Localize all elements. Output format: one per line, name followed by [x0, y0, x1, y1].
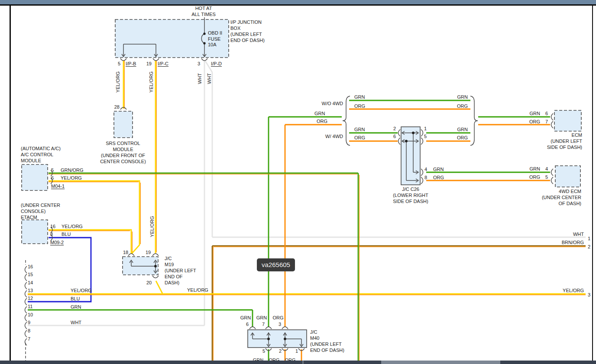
m40-grn-7-label: GRN: [254, 315, 269, 321]
ecm4-name-1: 4WD ECM: [516, 189, 581, 194]
wire-grnorg-label: GRN/ORG: [61, 168, 84, 173]
w4-grn-left: GRN: [354, 127, 365, 132]
conn-pin-9: 9: [28, 320, 30, 325]
wo-grn-left: GRN: [354, 94, 365, 100]
net-2: 2: [588, 244, 590, 250]
wire-wht-1: WHT: [197, 66, 203, 92]
net-1: 1: [588, 236, 590, 242]
fuse-label-3: 10A: [208, 42, 217, 48]
w-4wd-label: W/ 4WD: [313, 134, 343, 139]
net-3: 3: [588, 292, 590, 298]
m40-grn-6-label: GRN: [238, 315, 253, 321]
conn-pin-10: 10: [28, 312, 33, 318]
horizontal-scrollbar-thumb[interactable]: [381, 361, 500, 364]
srs-name-3: (UNDER FRONT OF: [88, 153, 158, 158]
jc-m19-box: [123, 257, 158, 275]
pin-5: 5: [113, 61, 120, 67]
ac-connector-id: M04-1: [51, 184, 65, 189]
m19-name-5: DASH): [165, 280, 179, 286]
m19-pin-18: 18: [123, 250, 128, 255]
etacm-name-1: (UNDER CENTER: [21, 203, 60, 208]
c26-pin-2: 2: [390, 126, 396, 132]
w4-grn-right: GRN: [450, 127, 468, 132]
wo-4wd-label: W/O 4WD: [313, 101, 343, 106]
wo-org-right: ORG: [450, 103, 468, 109]
wire-grn-pin11: GRN: [71, 304, 81, 310]
ac-control-module-box: [22, 164, 48, 190]
yellow-wire-stripes: [28, 61, 586, 295]
etacm-connector-id: M09-2: [50, 240, 64, 245]
ecm4-pin-5: 5: [545, 174, 548, 180]
ecm-name-2: (UNDER LEFT: [517, 139, 582, 144]
pin-19: 19: [145, 61, 152, 67]
c26-name-1: J/C C26: [380, 187, 441, 192]
all-times-label: ALL TIMES: [186, 12, 221, 17]
window-top-bar: [0, 0, 596, 4]
horizontal-scrollbar-track[interactable]: [0, 361, 596, 364]
m40-pin-3: 3: [276, 322, 281, 327]
m40-name-2: M40: [310, 335, 319, 341]
wire-yelorg-ipc: YEL/ORG: [149, 69, 154, 95]
ipjb-name-4: END OF DASH): [230, 38, 265, 43]
srs-name-4: CENTER CONSOLE): [88, 159, 158, 164]
page-left-border: [10, 6, 11, 361]
ecm-box: [554, 110, 581, 131]
ac-pin-5: 5: [51, 168, 54, 173]
m40-pin-1: 1: [293, 348, 298, 354]
ecm-org-label: ORG: [523, 119, 540, 125]
circuit-ip-b: I/P-B: [126, 61, 136, 67]
c26-pin-1: 1: [424, 126, 427, 132]
wo-grn-right: GRN: [450, 94, 468, 100]
annotation-tooltip: va265605: [257, 258, 295, 271]
conn-pin-13: 13: [28, 288, 33, 293]
ac-name-3: MODULE: [21, 158, 41, 164]
green-wires: [28, 100, 550, 361]
ecm-grn-label: GRN: [523, 111, 540, 116]
wo-org-left: ORG: [354, 103, 365, 109]
wire-blu-pin12: BLU: [71, 296, 80, 302]
srs-control-module-box: [114, 111, 133, 138]
hot-at-label: HOT AT: [191, 6, 217, 11]
m19-name-3: (UNDER LEFT: [165, 268, 196, 274]
ac-name-2: A/C CONTROL: [21, 152, 53, 158]
m19-name-4: END OF: [165, 274, 183, 280]
conn-pin-14: 14: [28, 280, 33, 286]
wire-yelorg-pin13: YEL/ORG: [71, 288, 92, 293]
m40-pin-7: 7: [259, 322, 265, 327]
net1-wht-label: WHT: [541, 232, 584, 237]
wire-yelorg-etacm: YEL/ORG: [62, 224, 83, 229]
ecm4-name-3: OF DASH): [516, 201, 581, 206]
etacm-pin-16: 16: [50, 224, 55, 229]
internal-bus-symbols: [25, 17, 554, 351]
component-boxes: [22, 19, 581, 348]
m19-pin-20: 20: [146, 280, 152, 286]
etacm-box: [22, 220, 48, 244]
4wd-ecm-box: [555, 166, 580, 187]
m19-pin-19: 19: [146, 250, 151, 255]
ac-pin-6: 6: [51, 175, 54, 181]
circuit-ip-c: I/P-C: [158, 61, 168, 67]
w4-org-right: ORG: [450, 135, 468, 141]
wire-yelorg-ipb: YEL/ORG: [115, 69, 121, 95]
main-grn-label: GRN: [314, 111, 325, 116]
m40-pin-2: 2: [276, 348, 282, 354]
conn-pin-8: 8: [28, 328, 30, 334]
page-top-border: [0, 4, 596, 6]
m40-name-3: (UNDER LEFT: [310, 341, 342, 347]
etacm-pin-8: 8: [50, 232, 53, 237]
ipjb-name-3: (UNDER LEFT: [230, 32, 262, 37]
m19-name-2: M19: [165, 262, 174, 267]
c26-pin-5: 5: [424, 134, 427, 139]
ecm4-grn-label: GRN: [523, 166, 540, 172]
ipjb-name-1: I/P JUNCTION: [230, 19, 262, 25]
wiring-diagram-page: HOT AT ALL TIMES I/P JUNCTION BOX (UNDER…: [0, 0, 596, 364]
wire-yelorg-m19out: YEL/ORG: [187, 287, 208, 293]
wire-wht-pin9: WHT: [71, 320, 81, 325]
w4-org-left: ORG: [354, 135, 365, 141]
page-right-border: [592, 6, 593, 361]
conn-pin-12: 12: [28, 296, 33, 301]
c26-grn-out: GRN: [433, 167, 444, 172]
ecm-name-3: SIDE OF DASH): [517, 145, 582, 150]
ecm-pin-6: 6: [545, 111, 548, 116]
m40-org-3-label: ORG: [271, 315, 285, 321]
